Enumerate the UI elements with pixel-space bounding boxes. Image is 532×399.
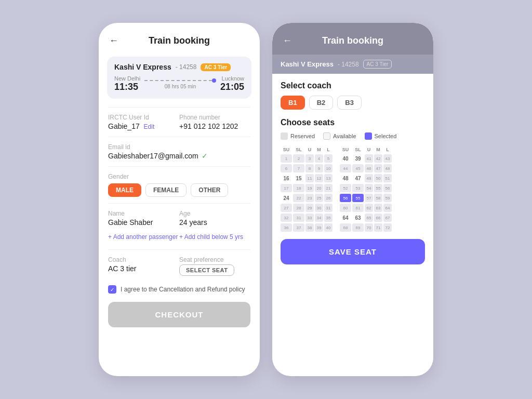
- seat-cell[interactable]: 30: [315, 204, 323, 212]
- seat-cell[interactable]: 67: [383, 214, 392, 222]
- seat-cell[interactable]: 40: [324, 223, 332, 232]
- seat-cell[interactable]: 12: [315, 174, 323, 182]
- seat-cell[interactable]: 8: [305, 164, 314, 172]
- right-back-button[interactable]: ←: [283, 35, 292, 46]
- seat-cell[interactable]: 44: [340, 164, 351, 172]
- seat-cell[interactable]: 35: [324, 214, 332, 222]
- seat-cell[interactable]: 58: [374, 194, 382, 202]
- seat-cell[interactable]: 25: [315, 194, 323, 202]
- seat-cell[interactable]: 47: [374, 164, 382, 172]
- seat-cell[interactable]: 31: [293, 214, 304, 222]
- irctc-label: IRCTC User Id: [108, 114, 179, 121]
- seat-cell[interactable]: 70: [365, 223, 373, 232]
- seat-cell[interactable]: 59: [383, 194, 392, 202]
- seat-cell[interactable]: 69: [352, 223, 364, 232]
- gender-other-btn[interactable]: OTHER: [191, 183, 228, 197]
- seat-cell[interactable]: 4: [315, 154, 323, 163]
- add-child-link[interactable]: + Add child below 5 yrs: [179, 233, 243, 241]
- seat-cell[interactable]: 7: [293, 164, 304, 172]
- policy-checkbox[interactable]: ✓: [108, 285, 116, 294]
- legend-reserved: Reserved: [281, 132, 315, 140]
- age-value: 24 years: [179, 218, 250, 227]
- seat-cell[interactable]: 26: [324, 194, 332, 202]
- seat-cell[interactable]: 1: [281, 154, 292, 163]
- seat-cell[interactable]: 66: [374, 214, 382, 222]
- to-time: 21:05: [220, 82, 244, 92]
- seat-cell[interactable]: 46: [365, 164, 373, 172]
- seat-cell[interactable]: 22: [293, 194, 304, 202]
- seat-cell[interactable]: 39: [315, 223, 323, 232]
- seat-cell[interactable]: 3: [305, 154, 314, 163]
- seat-legend: Reserved Available Selected: [281, 132, 425, 140]
- spacer: [334, 194, 339, 202]
- seat-cell[interactable]: 31: [324, 204, 332, 212]
- gender-male-btn[interactable]: MALE: [108, 183, 141, 197]
- seat-cell[interactable]: 23: [305, 194, 314, 202]
- seat-cell[interactable]: 68: [340, 223, 351, 232]
- seat-cell[interactable]: 38: [305, 223, 314, 232]
- seat-cell[interactable]: 55: [374, 184, 382, 192]
- seat-cell-selected[interactable]: 56: [340, 194, 351, 202]
- seat-cell[interactable]: 5: [324, 154, 332, 163]
- seat-cell[interactable]: 71: [374, 223, 382, 232]
- seat-cell[interactable]: 29: [305, 204, 314, 212]
- left-header: ← Train booking: [99, 23, 260, 52]
- seat-cell[interactable]: 34: [315, 214, 323, 222]
- seat-cell[interactable]: 33: [305, 214, 314, 222]
- seat-cell[interactable]: 11: [305, 174, 314, 182]
- seat-cell[interactable]: 64: [383, 204, 392, 212]
- seat-cell[interactable]: 57: [365, 194, 373, 202]
- reserved-box: [281, 132, 288, 140]
- seat-cell[interactable]: 63: [374, 204, 382, 212]
- seat-cell[interactable]: 65: [365, 214, 373, 222]
- coach-b1-btn[interactable]: B1: [281, 96, 305, 110]
- select-seat-button[interactable]: SELECT SEAT: [179, 264, 234, 276]
- seat-cell[interactable]: 53: [352, 184, 364, 192]
- seat-cell[interactable]: 48: [383, 164, 392, 172]
- seat-cell[interactable]: 45: [352, 164, 364, 172]
- gender-female-btn[interactable]: FEMALE: [145, 183, 187, 197]
- seat-cell[interactable]: 10: [324, 164, 332, 172]
- seat-cell[interactable]: 61: [352, 204, 364, 212]
- checkout-button[interactable]: CHECKOUT: [108, 302, 250, 327]
- seat-cell[interactable]: 9: [315, 164, 323, 172]
- seat-cell[interactable]: 13: [324, 174, 332, 182]
- seat-label: 39: [352, 154, 364, 163]
- seat-cell[interactable]: 51: [383, 174, 392, 182]
- seat-cell[interactable]: 27: [281, 204, 292, 212]
- seat-cell[interactable]: 43: [383, 154, 392, 163]
- seat-cell[interactable]: 41: [365, 154, 373, 163]
- seat-cell[interactable]: 52: [340, 184, 351, 192]
- save-seat-button[interactable]: SAVE SEAT: [281, 239, 425, 264]
- coach-seat-section: Coach AC 3 tier Seat preference SELECT S…: [99, 252, 260, 280]
- seat-cell[interactable]: 17: [281, 184, 292, 192]
- seat-cell[interactable]: 60: [340, 204, 351, 212]
- edit-link[interactable]: Edit: [144, 123, 155, 130]
- seat-cell[interactable]: 72: [383, 223, 392, 232]
- table-row: 32 31 33 34 35 64 63 65 66 67: [281, 214, 425, 222]
- seat-cell[interactable]: 54: [365, 184, 373, 192]
- seat-cell[interactable]: 36: [281, 223, 292, 232]
- add-passenger-link[interactable]: + Add another passenger: [108, 233, 178, 241]
- seat-cell-selected[interactable]: 55: [352, 194, 364, 202]
- seat-cell[interactable]: 21: [324, 184, 332, 192]
- seat-cell[interactable]: 19: [305, 184, 314, 192]
- seat-cell[interactable]: 20: [315, 184, 323, 192]
- seat-cell[interactable]: 49: [365, 174, 373, 182]
- seat-cell[interactable]: 56: [383, 184, 392, 192]
- left-back-button[interactable]: ←: [109, 35, 118, 46]
- coach-b2-btn[interactable]: B2: [309, 96, 334, 110]
- coach-b3-btn[interactable]: B3: [337, 96, 362, 110]
- seat-cell[interactable]: 42: [374, 154, 382, 163]
- seat-cell[interactable]: 50: [374, 174, 382, 182]
- seat-cell[interactable]: 18: [293, 184, 304, 192]
- seat-cell[interactable]: 28: [293, 204, 304, 212]
- spacer: [334, 204, 339, 212]
- seat-cell[interactable]: 6: [281, 164, 292, 172]
- seat-cell[interactable]: 32: [281, 214, 292, 222]
- name-age-section: Name Gabie Shaber Age 24 years: [99, 206, 260, 231]
- seat-cell[interactable]: 37: [293, 223, 304, 232]
- seat-cell[interactable]: 62: [365, 204, 373, 212]
- email-section: Email id Gabieshaber17@gmail.com ✓: [99, 139, 260, 164]
- seat-cell[interactable]: 2: [293, 154, 304, 163]
